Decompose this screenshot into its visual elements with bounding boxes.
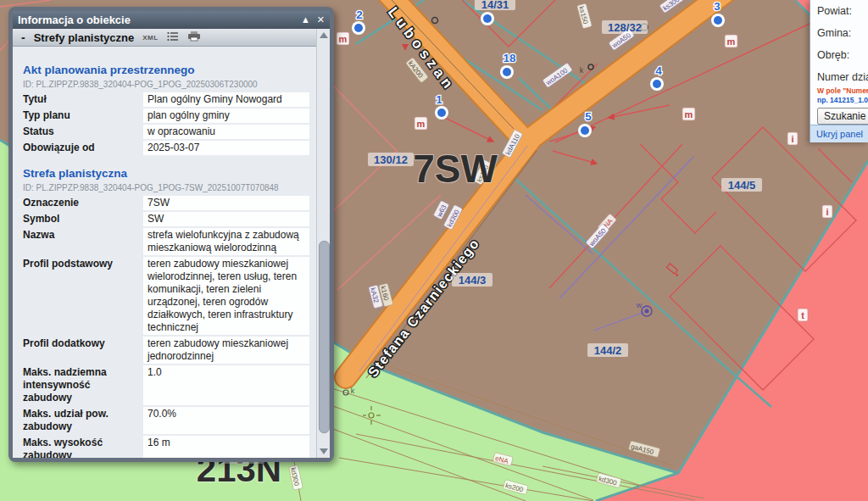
field-label-gmina: Gmina: bbox=[817, 27, 868, 39]
row-label: Tytuł bbox=[23, 92, 143, 107]
popup-titlebar[interactable]: Informacja o obiekcie ▲ ✕ bbox=[13, 11, 330, 29]
row-label: Status bbox=[23, 125, 143, 139]
layer-toolbar: - Strefy planistyczne XML bbox=[13, 29, 317, 47]
svg-text:m: m bbox=[685, 109, 693, 120]
row-label: Oznaczenie bbox=[23, 196, 143, 210]
table-row: Maks. udział pow. zabudowy70.0% bbox=[23, 407, 309, 434]
table-row: Profil dodatkowyteren zabudowy mieszkani… bbox=[23, 337, 309, 364]
row-label: Obowiązuje od bbox=[23, 141, 143, 155]
popup-title: Informacja o obiekcie bbox=[18, 14, 294, 26]
row-label: Symbol bbox=[23, 212, 143, 226]
info-popup: Informacja o obiekcie ▲ ✕ - Strefy plani… bbox=[8, 7, 334, 462]
row-value: teren zabudowy mieszkaniowej jednorodzin… bbox=[143, 337, 309, 364]
svg-text:m: m bbox=[417, 119, 426, 129]
list-icon[interactable] bbox=[167, 30, 179, 45]
svg-text:5: 5 bbox=[585, 110, 592, 123]
row-value: 16 m bbox=[143, 436, 309, 458]
svg-text:144/5: 144/5 bbox=[728, 179, 756, 192]
svg-text:3: 3 bbox=[714, 0, 721, 13]
search-hint-example: np. 141215_1.00 bbox=[817, 96, 868, 104]
row-value: strefa wielofunkcyjna z zabudową mieszka… bbox=[143, 228, 309, 255]
collapse-button[interactable]: - bbox=[21, 31, 25, 44]
svg-text:18: 18 bbox=[503, 52, 516, 64]
row-value: 2025-03-07 bbox=[143, 141, 309, 155]
section-heading-strefa: Strefa planistyczna bbox=[23, 167, 309, 180]
table-row: Nazwastrefa wielofunkcyjna z zabudową mi… bbox=[23, 228, 309, 255]
table-row: Statusw opracowaniu bbox=[23, 125, 309, 139]
search-hint-red: W pole "Numer d bbox=[817, 86, 868, 95]
section-heading-akt: Akt planowania przestrzennego bbox=[23, 64, 309, 76]
app-screen: woA100 ks150 ks150 kd300 w63 kdA110 kd30… bbox=[0, 0, 868, 501]
row-label: Nazwa bbox=[23, 228, 143, 255]
scroll-down-icon[interactable] bbox=[320, 448, 328, 454]
table-row: Profil podstawowyteren zabudowy mieszkan… bbox=[23, 257, 309, 335]
row-label: Maks. nadziemna intensywność zabudowy bbox=[23, 365, 143, 405]
row-value: plan ogólny gminy bbox=[143, 109, 309, 123]
section-id-akt: ID: PL.ZIPPZP.9838_320404-POG_1POG_20250… bbox=[23, 80, 309, 89]
hide-panel-link[interactable]: Ukryj panel bbox=[816, 129, 863, 139]
field-label-obreb: Obręb: bbox=[817, 49, 868, 61]
table-row: Obowiązuje od2025-03-07 bbox=[23, 141, 309, 155]
svg-text:m: m bbox=[727, 36, 736, 47]
popup-scrollbar[interactable] bbox=[316, 29, 330, 458]
row-label: Profil dodatkowy bbox=[23, 337, 143, 364]
search-button[interactable]: Szukanie za bbox=[817, 108, 868, 125]
row-label: Maks. udział pow. zabudowy bbox=[23, 407, 143, 434]
row-value: Plan ogólny Gminy Nowogard bbox=[143, 92, 309, 107]
table-row: SymbolSW bbox=[23, 212, 309, 226]
table-row: Typ planuplan ogólny gminy bbox=[23, 109, 309, 123]
popup-content: Akt planowania przestrzennego ID: PL.ZIP… bbox=[13, 47, 330, 458]
svg-text:i: i bbox=[791, 134, 793, 144]
row-label: Typ planu bbox=[23, 109, 143, 123]
search-panel-footer: Ukryj panel Pol bbox=[810, 125, 868, 142]
scroll-up-icon[interactable] bbox=[320, 32, 328, 38]
row-value: teren zabudowy mieszkaniowej wielorodzin… bbox=[143, 257, 309, 335]
svg-text:128/32: 128/32 bbox=[608, 21, 642, 34]
field-label-powiat: Powiat: bbox=[817, 5, 868, 17]
svg-text:w: w bbox=[636, 301, 643, 309]
table-row: Oznaczenie7SW bbox=[23, 196, 309, 210]
svg-text:t: t bbox=[801, 310, 804, 320]
table-row: Maks. wysokość zabudowy16 m bbox=[23, 436, 309, 458]
search-panel: Powiat: Gmina: Obręb: Numer działki: W p… bbox=[810, 0, 868, 142]
svg-text:k: k bbox=[351, 387, 355, 395]
search-panel-fields: Powiat: Gmina: Obręb: Numer działki: W p… bbox=[817, 5, 868, 125]
svg-text:1: 1 bbox=[436, 93, 442, 106]
row-value: SW bbox=[143, 212, 309, 226]
table-row: Maks. nadziemna intensywność zabudowy1.0 bbox=[23, 365, 309, 405]
printer-icon[interactable] bbox=[187, 30, 201, 45]
svg-text:130/12: 130/12 bbox=[374, 153, 408, 166]
svg-text:144/2: 144/2 bbox=[594, 344, 622, 357]
minimize-icon[interactable]: ▲ bbox=[301, 15, 310, 25]
row-value: 1.0 bbox=[143, 365, 309, 405]
field-label-numer-dzialki: Numer działki: bbox=[817, 71, 868, 83]
zone-label-7sw: 7SW bbox=[413, 147, 498, 191]
marker-top bbox=[481, 12, 494, 25]
row-label: Profil podstawowy bbox=[23, 257, 143, 335]
svg-text:4: 4 bbox=[655, 64, 662, 77]
svg-text:k: k bbox=[580, 66, 584, 75]
svg-text:144/3: 144/3 bbox=[459, 274, 487, 287]
svg-text:i: i bbox=[826, 207, 828, 217]
svg-text:m: m bbox=[339, 34, 348, 44]
row-value: 70.0% bbox=[143, 407, 309, 434]
xml-icon[interactable]: XML bbox=[142, 34, 158, 42]
row-label: Maks. wysokość zabudowy bbox=[23, 436, 143, 458]
svg-text:14/31: 14/31 bbox=[481, 0, 509, 11]
scrollbar-thumb[interactable] bbox=[319, 241, 330, 433]
popup-body: - Strefy planistyczne XML Akt planowania… bbox=[13, 29, 330, 458]
close-icon[interactable]: ✕ bbox=[317, 15, 325, 25]
row-value: 7SW bbox=[143, 196, 309, 210]
layer-title: Strefy planistyczne bbox=[34, 31, 135, 44]
svg-text:2: 2 bbox=[356, 8, 363, 21]
row-value: w opracowaniu bbox=[143, 125, 309, 139]
section-id-strefa: ID: PL.ZIPPZP.9838_320404-POG_1POG-7SW_2… bbox=[23, 183, 309, 192]
table-row: TytułPlan ogólny Gminy Nowogard bbox=[23, 92, 309, 107]
